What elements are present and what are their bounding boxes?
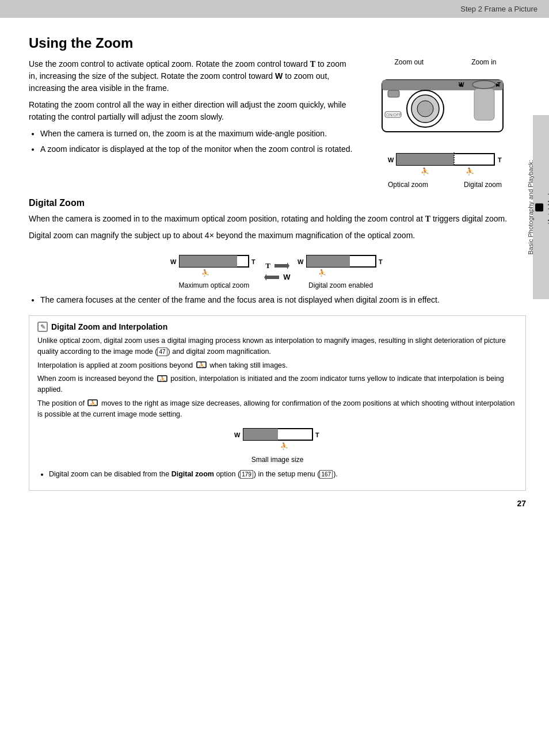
paragraph2: Rotating the zoom control all the way in… <box>29 99 353 123</box>
digital-zoom-p1: When the camera is zoomed in to the maxi… <box>29 213 526 225</box>
main-section: Use the zoom control to activate optical… <box>29 58 526 189</box>
digital-zoom-bullet: The camera focuses at the center of the … <box>40 294 526 306</box>
svg-text:⛹: ⛹ <box>90 400 97 407</box>
digital-enabled-label: Digital zoom enabled <box>308 281 373 289</box>
svg-rect-22 <box>180 255 237 267</box>
digital-zoom-enabled-diagram: W T ⛹ Digital zoom enabled <box>296 253 386 289</box>
w-label-intro: W <box>275 71 283 81</box>
bullet-item-2: A zoom indicator is displayed at the top… <box>40 143 353 155</box>
svg-text:W: W <box>170 258 177 265</box>
svg-text:⛹: ⛹ <box>201 269 209 277</box>
note-box: ✎ Digital Zoom and Interpolation Unlike … <box>29 315 526 491</box>
camera-diagram: ON/OFF W T <box>365 68 526 143</box>
svg-text:W: W <box>234 432 241 438</box>
ref-47: 47 <box>157 348 167 356</box>
note-body: Unlike optical zoom, digital zoom uses a… <box>37 335 517 480</box>
svg-text:T: T <box>315 432 319 438</box>
page-content: Using the Zoom Use the zoom control to a… <box>0 18 549 520</box>
header-title: Step 2 Frame a Picture <box>460 5 537 13</box>
svg-rect-7 <box>388 90 399 97</box>
digital-zoom-diagrams: W T ⛹ Maximum optical zoom T W <box>29 253 526 289</box>
diagram-column: Zoom out Zoom in ON/OFF <box>365 58 526 189</box>
interpolation-icon-3: ⛹ <box>87 399 98 407</box>
svg-text:T: T <box>498 156 502 163</box>
t-label-intro: T <box>310 59 315 68</box>
zoom-bar-diagram-top: W T ⛹ ⛹ <box>365 148 526 180</box>
svg-text:⛹: ⛹ <box>159 376 166 383</box>
svg-point-4 <box>417 101 433 117</box>
svg-text:⛹: ⛹ <box>466 167 474 175</box>
zoom-labels-top: Zoom out Zoom in <box>365 58 526 66</box>
optical-zoom-label: Optical zoom <box>371 181 445 189</box>
intro-paragraph: Use the zoom control to activate optical… <box>29 58 353 94</box>
zoom-in-label: Zoom in <box>471 58 496 66</box>
svg-marker-27 <box>264 274 279 281</box>
svg-rect-8 <box>474 89 494 120</box>
ref-179: 179 <box>240 470 253 479</box>
page-number: 27 <box>517 499 526 508</box>
svg-point-9 <box>472 81 495 89</box>
svg-text:⛹: ⛹ <box>421 167 429 175</box>
max-optical-diagram: W T ⛹ Maximum optical zoom <box>169 253 258 289</box>
interpolation-icon-2: ⛹ <box>157 375 167 383</box>
svg-rect-29 <box>307 255 350 267</box>
note-pencil-icon: ✎ <box>37 322 48 332</box>
final-bullet: Digital zoom can be disabled from the Di… <box>49 469 517 480</box>
digital-zoom-p2: Digital zoom can magnify the subject up … <box>29 230 526 242</box>
digital-zoom-heading: Digital Zoom <box>29 198 526 208</box>
header-bar: Step 2 Frame a Picture <box>0 0 549 18</box>
small-image-label: Small image size <box>251 455 304 465</box>
note-p2: Interpolation is applied at zoom positio… <box>37 360 517 371</box>
svg-text:T: T <box>379 258 383 265</box>
svg-text:ON/OFF: ON/OFF <box>386 113 401 117</box>
digital-zoom-bullet-list: The camera focuses at the center of the … <box>40 294 526 306</box>
ref-167: 167 <box>319 470 333 479</box>
svg-text:⛹: ⛹ <box>318 269 326 277</box>
bullet-list: When the camera is turned on, the zoom i… <box>40 128 353 155</box>
max-optical-label: Maximum optical zoom <box>179 281 250 289</box>
note-p4: The position of ⛹ moves to the right as … <box>37 398 517 420</box>
main-heading: Using the Zoom <box>29 35 526 51</box>
note-p3: When zoom is increased beyond the ⛹ posi… <box>37 373 517 395</box>
zoom-out-label: Zoom out <box>394 58 424 66</box>
t-label-dz: T <box>425 214 430 223</box>
svg-marker-26 <box>274 262 289 269</box>
svg-text:⛹: ⛹ <box>280 442 288 450</box>
zoom-bar-labels: Optical zoom Digital zoom <box>365 181 526 189</box>
w-arrow: W <box>264 273 290 282</box>
svg-rect-15 <box>396 154 454 165</box>
note-header: ✎ Digital Zoom and Interpolation <box>37 322 517 332</box>
svg-text:T: T <box>251 258 256 265</box>
interpolation-icon-1: ⛹ <box>196 361 207 369</box>
bullet-item-1: When the camera is turned on, the zoom i… <box>40 128 353 140</box>
small-image-diagram: W T ⛹ Small image size <box>37 426 517 465</box>
final-bullet-list: Digital zoom can be disabled from the Di… <box>49 469 517 480</box>
note-p1: Unlike optical zoom, digital zoom uses a… <box>37 335 517 357</box>
svg-text:W: W <box>388 156 394 163</box>
text-column: Use the zoom control to activate optical… <box>29 58 353 189</box>
svg-text:W: W <box>298 258 304 265</box>
t-arrow: T <box>265 261 289 270</box>
svg-rect-40 <box>243 429 278 440</box>
svg-text:⛹: ⛹ <box>199 362 205 369</box>
digital-zoom-option-bold: Digital zoom <box>171 470 214 478</box>
dz-arrows: T W <box>264 261 290 282</box>
digital-zoom-label: Digital zoom <box>445 181 520 189</box>
note-heading: Digital Zoom and Interpolation <box>51 322 167 331</box>
